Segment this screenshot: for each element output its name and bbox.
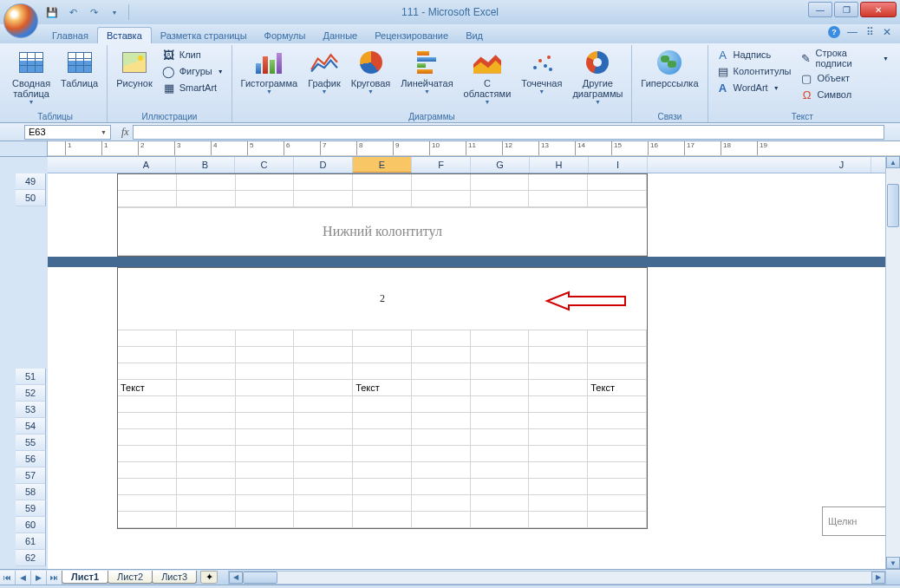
shapes-button[interactable]: ◯Фигуры▼ — [160, 63, 226, 79]
column-header[interactable]: B — [176, 157, 235, 173]
cell[interactable] — [118, 446, 177, 462]
cell[interactable] — [412, 363, 471, 380]
cell[interactable] — [412, 191, 471, 207]
column-header[interactable]: F — [412, 157, 471, 173]
line-chart-button[interactable]: График▼ — [304, 47, 344, 96]
cell[interactable] — [529, 174, 588, 191]
cell[interactable] — [412, 330, 471, 347]
cell[interactable] — [471, 396, 530, 413]
cell[interactable] — [294, 174, 353, 191]
scroll-down-icon[interactable]: ▼ — [886, 557, 900, 569]
tab-formulas[interactable]: Формулы — [256, 28, 315, 43]
cell[interactable] — [177, 512, 236, 528]
object-button[interactable]: ▢Объект — [797, 70, 891, 86]
new-sheet-icon[interactable]: ✦ — [200, 571, 218, 584]
cell[interactable] — [412, 429, 471, 446]
cell[interactable] — [471, 495, 530, 512]
cell[interactable] — [118, 413, 177, 429]
row-header[interactable]: 55 — [16, 434, 46, 451]
table-button[interactable]: Таблица — [57, 47, 101, 90]
cell[interactable] — [412, 380, 471, 396]
cell[interactable] — [294, 396, 353, 413]
workbook-close[interactable]: ✕ — [881, 26, 893, 38]
cell[interactable] — [412, 479, 471, 495]
cell[interactable] — [529, 396, 588, 413]
cell[interactable] — [353, 191, 412, 207]
cell[interactable] — [177, 413, 236, 429]
row-header[interactable]: 51 — [16, 369, 46, 385]
cell[interactable] — [236, 363, 295, 380]
undo-icon[interactable]: ↶ — [64, 3, 82, 21]
cell[interactable] — [236, 380, 295, 396]
pie-chart-button[interactable]: Круговая▼ — [348, 47, 395, 96]
clip-button[interactable]: 🖼Клип — [160, 47, 226, 62]
cell[interactable]: Текст — [588, 380, 647, 396]
column-header[interactable]: E — [353, 157, 412, 173]
sheet-tab[interactable]: Лист3 — [152, 571, 197, 584]
pivot-table-button[interactable]: Сводная таблица▼ — [9, 47, 54, 107]
cell[interactable] — [118, 330, 177, 347]
cell[interactable] — [294, 363, 353, 380]
fx-icon[interactable]: fx — [121, 126, 129, 139]
scroll-right-icon[interactable]: ▶ — [871, 572, 885, 584]
row-header[interactable]: 54 — [16, 418, 46, 434]
cell[interactable] — [471, 380, 530, 396]
signature-button[interactable]: ✎Строка подписи▼ — [797, 47, 891, 69]
column-header[interactable]: C — [235, 157, 294, 173]
save-icon[interactable]: 💾 — [43, 3, 61, 21]
symbol-button[interactable]: ΩСимвол — [797, 87, 891, 102]
cell[interactable] — [118, 396, 177, 413]
cell[interactable] — [353, 363, 412, 380]
cell[interactable] — [177, 396, 236, 413]
smartart-button[interactable]: ▦SmartArt — [160, 80, 226, 95]
tab-review[interactable]: Рецензирование — [366, 28, 457, 43]
cell[interactable] — [118, 512, 177, 528]
prev-sheet-icon[interactable]: ◀ — [16, 571, 31, 585]
cell[interactable] — [353, 396, 412, 413]
column-header[interactable]: I — [589, 157, 648, 173]
qat-customize-icon[interactable]: ▼ — [106, 3, 123, 21]
cell[interactable] — [588, 363, 647, 380]
cell[interactable] — [588, 429, 647, 446]
row-header[interactable]: 61 — [16, 533, 46, 550]
cell[interactable] — [294, 191, 353, 207]
scroll-left-icon[interactable]: ◀ — [229, 572, 243, 584]
cell[interactable] — [236, 479, 295, 495]
cell[interactable] — [236, 174, 295, 191]
cell[interactable] — [236, 462, 295, 479]
cell[interactable] — [471, 363, 530, 380]
cell[interactable] — [118, 462, 177, 479]
cell[interactable]: Текст — [118, 380, 177, 396]
cell[interactable] — [118, 495, 177, 512]
cell[interactable] — [412, 396, 471, 413]
cell[interactable] — [529, 347, 588, 363]
cell[interactable] — [294, 512, 353, 528]
row-header[interactable]: 53 — [16, 402, 46, 418]
cell[interactable] — [294, 462, 353, 479]
cell[interactable] — [294, 413, 353, 429]
cell[interactable] — [236, 347, 295, 363]
cell[interactable] — [294, 495, 353, 512]
cell[interactable] — [177, 174, 236, 191]
other-charts-button[interactable]: Другие диаграммы▼ — [569, 47, 626, 107]
row-header[interactable]: 58 — [16, 484, 46, 500]
cell[interactable] — [294, 479, 353, 495]
row-header[interactable]: 59 — [16, 500, 46, 517]
cell[interactable] — [353, 446, 412, 462]
cell[interactable] — [412, 174, 471, 191]
cell[interactable] — [529, 413, 588, 429]
cell[interactable] — [471, 512, 530, 528]
cell[interactable] — [353, 462, 412, 479]
cell[interactable] — [588, 347, 647, 363]
cell[interactable] — [529, 330, 588, 347]
cell[interactable] — [294, 429, 353, 446]
sheet-tab[interactable]: Лист2 — [108, 571, 153, 584]
first-sheet-icon[interactable]: ⏮ — [0, 571, 16, 585]
cell[interactable] — [412, 347, 471, 363]
hyperlink-button[interactable]: Гиперссылка — [637, 47, 701, 90]
cell[interactable] — [177, 462, 236, 479]
scrollbar-thumb[interactable] — [243, 572, 277, 584]
sheet-tab[interactable]: Лист1 — [62, 571, 108, 584]
row-header[interactable]: 50 — [16, 190, 46, 206]
column-header[interactable]: H — [530, 157, 589, 173]
